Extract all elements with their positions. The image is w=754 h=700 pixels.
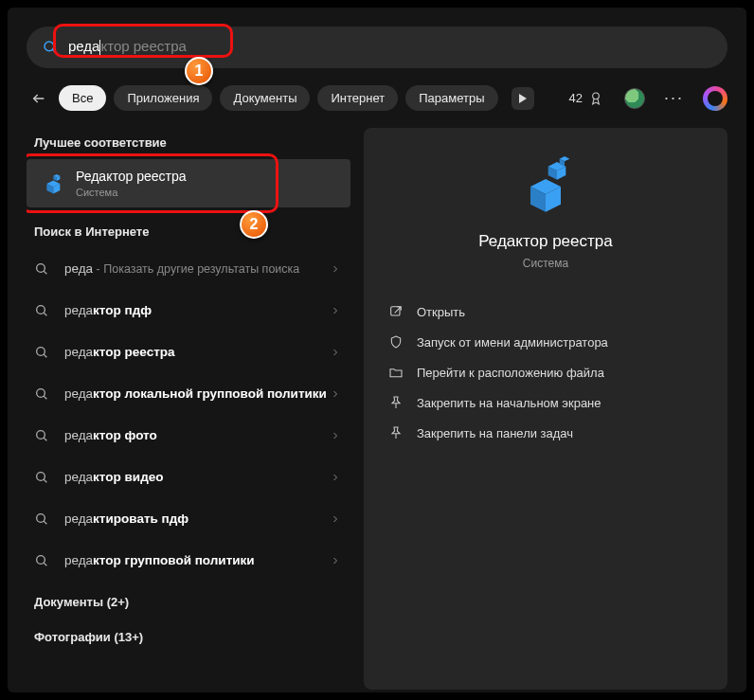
web-result-item[interactable]: редактор фото bbox=[27, 415, 350, 457]
tab-web[interactable]: Интернет bbox=[317, 85, 398, 111]
svg-point-4 bbox=[593, 93, 600, 99]
web-result-text: редактор локальной групповой политики bbox=[64, 386, 330, 403]
chevron-right-icon bbox=[330, 263, 341, 275]
svg-line-14 bbox=[44, 313, 46, 315]
action-pin-taskbar[interactable]: Закрепить на панели задач bbox=[383, 418, 709, 448]
svg-point-15 bbox=[37, 348, 45, 356]
web-result-item[interactable]: редактор пдф bbox=[27, 290, 350, 332]
user-avatar[interactable] bbox=[624, 88, 645, 109]
search-icon bbox=[34, 470, 49, 485]
more-button[interactable]: ··· bbox=[664, 88, 684, 108]
web-result-text: редактор пдф bbox=[64, 302, 330, 319]
action-run-as-admin[interactable]: Запуск от имени администратора bbox=[383, 327, 709, 357]
search-icon bbox=[34, 386, 49, 402]
svg-point-17 bbox=[37, 389, 45, 398]
folder-icon bbox=[388, 365, 404, 380]
best-match-item[interactable]: Редактор реестра Система bbox=[27, 159, 350, 207]
web-search-header: Поиск в Интернете bbox=[27, 217, 350, 248]
svg-line-26 bbox=[44, 563, 46, 565]
web-result-text: редактор видео bbox=[64, 469, 330, 486]
back-button[interactable] bbox=[27, 86, 51, 111]
web-result-item[interactable]: редактор реестра bbox=[27, 332, 350, 373]
svg-line-12 bbox=[44, 271, 46, 274]
search-icon bbox=[34, 512, 49, 527]
chevron-right-icon bbox=[330, 555, 341, 566]
tab-apps[interactable]: Приложения bbox=[114, 85, 212, 111]
svg-point-21 bbox=[37, 473, 45, 481]
search-icon bbox=[42, 39, 59, 56]
preview-panel: Редактор реестра Система Открыть Запуск … bbox=[364, 128, 727, 690]
best-match-header: Лучшее соответствие bbox=[27, 128, 350, 159]
chevron-right-icon bbox=[330, 430, 341, 441]
filter-tabs-row: Все Приложения Документы Интернет Параме… bbox=[27, 85, 727, 111]
svg-point-11 bbox=[37, 264, 45, 273]
action-pin-start[interactable]: Закрепить на начальном экране bbox=[383, 387, 709, 418]
svg-point-25 bbox=[37, 556, 45, 565]
web-result-item[interactable]: редактор локальной групповой политики bbox=[27, 373, 350, 415]
svg-point-23 bbox=[37, 514, 45, 523]
web-result-text: редактор реестра bbox=[64, 344, 330, 361]
play-button[interactable] bbox=[512, 87, 534, 110]
svg-point-0 bbox=[45, 42, 54, 51]
pin-icon bbox=[388, 425, 404, 440]
preview-title: Редактор реестра bbox=[383, 232, 709, 251]
search-icon bbox=[34, 303, 49, 318]
web-result-item[interactable]: редактор групповой политики bbox=[27, 540, 350, 582]
search-icon bbox=[34, 261, 49, 277]
chevron-right-icon bbox=[330, 472, 341, 483]
search-icon bbox=[34, 345, 49, 360]
svg-marker-3 bbox=[519, 94, 527, 103]
registry-editor-icon bbox=[38, 171, 64, 197]
best-match-subtitle: Система bbox=[76, 187, 187, 198]
web-result-text: редактировать пдф bbox=[64, 511, 330, 528]
svg-line-24 bbox=[44, 521, 46, 524]
copilot-icon[interactable] bbox=[703, 86, 727, 111]
chevron-right-icon bbox=[330, 347, 341, 358]
web-result-text: редактор групповой политики bbox=[64, 552, 330, 569]
web-result-item[interactable]: реда - Показать другие результаты поиска bbox=[27, 248, 350, 290]
action-open[interactable]: Открыть bbox=[383, 296, 709, 327]
web-result-item[interactable]: редактор видео bbox=[27, 457, 350, 498]
rewards-points[interactable]: 42 bbox=[569, 91, 603, 106]
registry-editor-icon-large bbox=[515, 156, 576, 217]
svg-line-1 bbox=[52, 49, 56, 53]
search-icon bbox=[34, 553, 49, 568]
tab-all[interactable]: Все bbox=[59, 85, 106, 111]
search-bar-container: редактор реестра bbox=[27, 27, 727, 68]
action-open-location[interactable]: Перейти к расположению файла bbox=[383, 357, 709, 387]
search-input[interactable]: редактор реестра bbox=[27, 27, 727, 68]
results-panel: Лучшее соответствие Редактор реестра Сис… bbox=[27, 128, 350, 690]
svg-line-20 bbox=[44, 438, 46, 440]
search-icon bbox=[34, 428, 49, 443]
best-match-title: Редактор реестра bbox=[76, 169, 187, 184]
open-icon bbox=[388, 304, 404, 319]
web-results-list: реда - Показать другие результаты поиска… bbox=[27, 248, 350, 582]
web-result-text: реда - Показать другие результаты поиска bbox=[64, 260, 330, 278]
chevron-right-icon bbox=[330, 513, 341, 525]
shield-icon bbox=[388, 334, 404, 350]
svg-point-19 bbox=[37, 431, 45, 440]
svg-line-18 bbox=[44, 396, 46, 399]
web-result-item[interactable]: редактировать пдф bbox=[27, 498, 350, 540]
tab-documents[interactable]: Документы bbox=[220, 85, 310, 111]
photos-header[interactable]: Фотографии (13+) bbox=[27, 622, 350, 654]
preview-subtitle: Система bbox=[383, 257, 709, 270]
svg-line-22 bbox=[44, 479, 46, 482]
search-text: редактор реестра bbox=[68, 38, 187, 56]
pin-icon bbox=[388, 395, 404, 410]
tab-settings[interactable]: Параметры bbox=[405, 85, 497, 111]
chevron-right-icon bbox=[330, 305, 341, 316]
svg-rect-35 bbox=[391, 307, 400, 315]
svg-line-16 bbox=[44, 354, 46, 357]
documents-header[interactable]: Документы (2+) bbox=[27, 587, 350, 619]
svg-point-13 bbox=[37, 306, 45, 314]
chevron-right-icon bbox=[330, 388, 341, 400]
medal-icon bbox=[588, 91, 603, 106]
web-result-text: редактор фото bbox=[64, 427, 330, 444]
